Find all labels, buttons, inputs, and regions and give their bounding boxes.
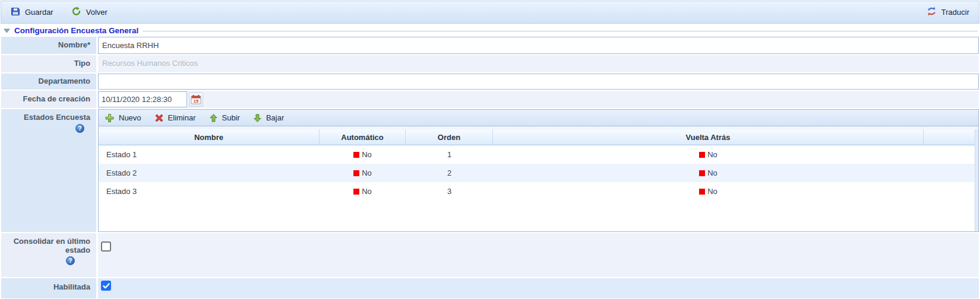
column-header-orden[interactable]: Orden	[406, 129, 493, 145]
cell-automatico: No	[320, 164, 406, 182]
translate-button[interactable]: Traducir	[927, 7, 969, 18]
estado-new-label: Nuevo	[119, 113, 141, 122]
table-row[interactable]: Estado 1 No 1 No	[99, 145, 975, 164]
estados-grid-panel: Nuevo Eliminar	[98, 109, 979, 232]
cell-nombre: Estado 2	[99, 164, 320, 182]
cell-orden: 2	[406, 164, 493, 182]
save-floppy-icon	[11, 7, 20, 18]
cell-vuelta-atras: No	[493, 164, 924, 182]
cell-orden: 3	[406, 182, 493, 201]
table-row[interactable]: Estado 3 No 3 No	[99, 182, 975, 201]
back-button-label: Volver	[86, 8, 108, 17]
nombre-input[interactable]	[98, 37, 979, 54]
estado-delete-button[interactable]: Eliminar	[154, 113, 196, 123]
column-header-vuelta-atras[interactable]: Vuelta Atrás	[493, 129, 924, 145]
red-flag-icon	[699, 152, 705, 158]
section-title: Configuración Encuesta General	[14, 26, 138, 35]
arrow-up-icon	[209, 113, 218, 123]
section-legend: Configuración Encuesta General	[4, 26, 978, 36]
row-nombre: Nombre*	[1, 37, 979, 54]
estado-new-button[interactable]: Nuevo	[105, 113, 141, 123]
row-departamento: Departamento	[1, 74, 979, 90]
cell-orden: 1	[406, 145, 493, 164]
main-toolbar: Guardar Volver Traducir	[1, 1, 979, 24]
cell-nombre: Estado 1	[99, 145, 320, 164]
habilitada-checkbox[interactable]	[101, 281, 111, 291]
column-header-automatico[interactable]: Automático	[320, 129, 406, 145]
red-flag-icon	[353, 170, 359, 176]
estado-delete-label: Eliminar	[168, 113, 196, 122]
estado-move-down-label: Bajar	[266, 113, 284, 122]
consolidar-label-cell: Consolidar en último estado ?	[1, 233, 96, 277]
calendar-icon: 15	[191, 94, 201, 104]
departamento-label: Departamento	[1, 74, 96, 90]
estados-grid-header: Nombre Automático Orden Vuelta Atrás	[99, 129, 975, 145]
habilitada-label: Habilitada	[1, 278, 96, 298]
red-cross-icon	[154, 113, 164, 123]
estados-label: Estados Encuesta	[24, 113, 90, 122]
grid-vertical-scrollbar[interactable]	[975, 129, 978, 231]
legend-divider	[143, 31, 978, 31]
svg-text:15: 15	[194, 98, 198, 104]
column-header-filler	[924, 129, 975, 145]
consolidar-label: Consolidar en último estado	[1, 237, 90, 255]
save-button[interactable]: Guardar	[11, 7, 53, 18]
fecha-creacion-label: Fecha de creación	[1, 91, 96, 108]
estados-label-cell: Estados Encuesta ?	[1, 109, 96, 232]
config-form: Nombre* Tipo Recursos Humanos Criticos D…	[1, 37, 979, 298]
departamento-input[interactable]	[98, 74, 979, 90]
red-flag-icon	[699, 189, 705, 195]
estados-grid-view: Nombre Automático Orden Vuelta Atrás Est…	[99, 129, 978, 231]
fecha-creacion-input[interactable]	[98, 91, 187, 107]
translate-arrows-icon	[927, 7, 937, 18]
row-tipo: Tipo Recursos Humanos Criticos	[1, 55, 979, 72]
row-estados-encuesta: Estados Encuesta ? Nuevo	[1, 109, 979, 232]
arrow-down-icon	[253, 113, 262, 123]
tipo-label: Tipo	[1, 55, 96, 72]
grid-empty-area	[99, 201, 975, 231]
nombre-label: Nombre*	[1, 37, 96, 54]
estado-move-down-button[interactable]: Bajar	[253, 113, 284, 123]
row-fecha-creacion: Fecha de creación 15	[1, 91, 979, 108]
column-header-nombre[interactable]: Nombre	[99, 129, 320, 145]
red-flag-icon	[699, 170, 705, 176]
cell-automatico: No	[320, 182, 406, 201]
consolidar-help-icon[interactable]: ?	[66, 256, 75, 265]
estado-move-up-button[interactable]: Subir	[209, 113, 240, 123]
estados-help-icon[interactable]: ?	[75, 124, 84, 133]
translate-button-label: Traducir	[941, 8, 969, 17]
estados-grid-toolbar: Nuevo Eliminar	[99, 110, 978, 126]
tipo-value-disabled: Recursos Humanos Criticos	[98, 55, 979, 68]
row-habilitada: Habilitada	[1, 278, 979, 298]
collapse-triangle-icon[interactable]	[4, 28, 10, 33]
plus-icon	[105, 113, 115, 123]
save-button-label: Guardar	[25, 8, 53, 17]
red-flag-icon	[353, 152, 359, 158]
cell-automatico: No	[320, 145, 406, 164]
consolidar-checkbox[interactable]	[101, 241, 111, 252]
cell-vuelta-atras: No	[493, 145, 924, 164]
red-flag-icon	[353, 189, 359, 195]
back-button[interactable]: Volver	[71, 7, 108, 18]
back-arrow-icon	[71, 7, 81, 18]
date-picker-button[interactable]: 15	[189, 93, 203, 107]
table-row[interactable]: Estado 2 No 2 No	[99, 164, 975, 182]
estado-move-up-label: Subir	[222, 113, 240, 122]
row-consolidar: Consolidar en último estado ?	[1, 233, 979, 277]
cell-vuelta-atras: No	[493, 182, 924, 201]
cell-nombre: Estado 3	[99, 182, 320, 201]
